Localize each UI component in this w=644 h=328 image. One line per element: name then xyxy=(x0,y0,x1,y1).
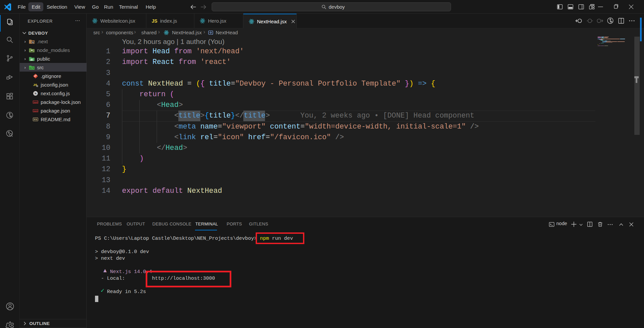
svg-text:npm: npm xyxy=(34,101,38,103)
svg-text:</>: </> xyxy=(29,67,34,70)
svg-text:npm: npm xyxy=(34,110,38,112)
svg-text:N: N xyxy=(34,92,37,95)
svg-text:N: N xyxy=(32,41,34,43)
svg-text:M: M xyxy=(34,118,36,121)
